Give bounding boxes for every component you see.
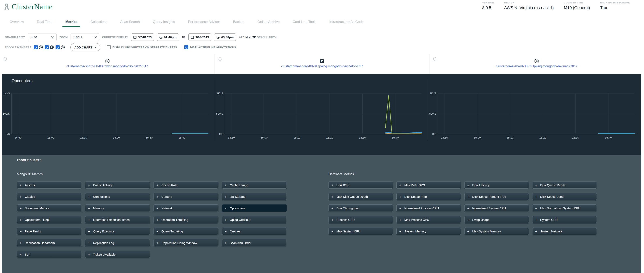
member-toggle[interactable]: S	[34, 45, 43, 49]
member-toggle[interactable]: S	[56, 45, 65, 49]
metric-toggle-button[interactable]: + Max Disk Queue Depth	[328, 193, 393, 200]
metric-toggle-button[interactable]: + Query Targeting	[154, 228, 218, 235]
toggle-sign: +	[399, 183, 401, 187]
metric-toggle-button[interactable]: + Disk Throughput	[328, 204, 393, 212]
alert-bell-icon[interactable]	[3, 57, 7, 61]
nav-tab[interactable]: Overview	[10, 18, 24, 27]
metric-toggle-button[interactable]: + System CPU	[532, 216, 597, 223]
metric-toggle-button[interactable]: + Normalized System CPU	[464, 204, 529, 212]
metric-toggle-button[interactable]: + Disk Space Free	[396, 193, 461, 200]
metric-toggle-button[interactable]: + Operation Execution Times	[85, 216, 150, 223]
metric-toggle-button[interactable]: + Oplog GB/Hour	[222, 216, 287, 223]
metric-toggle-button[interactable]: + Process CPU	[328, 216, 393, 223]
metric-toggle-button[interactable]: + Swap Usage	[464, 216, 529, 223]
toggle-sign: +	[225, 241, 227, 244]
nav-tab[interactable]: Atlas Search	[120, 18, 140, 27]
to-time-value: 03:48pm	[221, 36, 234, 39]
metric-toggle-button[interactable]: + Replication Oplog Window	[154, 239, 218, 246]
metric-toggle-button[interactable]: + Network	[154, 204, 218, 212]
metric-toggle-button[interactable]: + Opcounters - Repl	[17, 216, 82, 223]
nav-tab[interactable]: Backup	[233, 18, 244, 27]
member-checkbox[interactable]	[34, 45, 38, 49]
metric-toggle-button[interactable]: + Page Faults	[17, 228, 82, 235]
metric-toggle-button[interactable]: + Catalog	[17, 193, 82, 200]
nav-tab[interactable]: Query Insights	[153, 18, 175, 27]
metric-toggle-button[interactable]: + Cache Ratio	[154, 181, 218, 189]
shard-hostname-link[interactable]: clustername-shard-00-02.tpwnq.mongodb-de…	[430, 64, 644, 68]
svg-text:0/S: 0/S	[432, 132, 436, 136]
metric-toggle-button[interactable]: + Max Normalized System CPU	[532, 204, 597, 212]
member-toggle[interactable]: P	[44, 45, 54, 49]
display-opcounters-separate-option[interactable]: DISPLAY OPCOUNTERS ON SEPARATE CHARTS	[107, 45, 177, 49]
metric-toggle-button[interactable]: + Query Executor	[85, 228, 150, 235]
metric-toggle-button[interactable]: + Document Metrics	[17, 204, 82, 212]
metric-toggle-button[interactable]: + Disk IOPS	[328, 181, 393, 189]
metric-toggle-button[interactable]: + Normalized Process CPU	[396, 204, 461, 212]
to-date-input[interactable]: 3/04/2025	[188, 34, 212, 41]
metric-toggle-button[interactable]: + Operation Throttling	[154, 216, 218, 223]
metric-toggle-button[interactable]: + Max System Memory	[464, 228, 529, 235]
metric-toggle-button[interactable]: + Cache Activity	[85, 181, 150, 189]
display-timeline-annotations-checkbox[interactable]	[184, 45, 188, 49]
metric-toggle-button[interactable]: + Max Disk IOPS	[396, 181, 461, 189]
member-checkbox[interactable]	[56, 45, 60, 49]
metric-toggle-label: Max Disk Queue Depth	[336, 195, 368, 198]
metric-toggle-button[interactable]: + DB Storage	[222, 193, 287, 200]
metric-toggle-button[interactable]: + System Network	[532, 228, 597, 235]
metric-toggle-button[interactable]: + Disk Space Used	[532, 193, 597, 200]
zoom-select[interactable]: 1 hour	[70, 33, 99, 41]
add-chart-button[interactable]: ADD CHART	[70, 43, 100, 51]
opcounters-chart-shard-00-01[interactable]: 0/S500/S1K /S14:5015:0015:1015:2015:3015…	[215, 79, 428, 140]
metric-toggle-label: Disk Latency	[472, 183, 490, 187]
metric-toggle-button[interactable]: + Asserts	[17, 181, 82, 189]
shard-hostname-link[interactable]: clustername-shard-00-01.tpwnq.mongodb-de…	[215, 64, 429, 68]
metric-toggle-button[interactable]: + Sort	[17, 251, 82, 258]
metric-toggle-button[interactable]: + Replication Headroom	[17, 239, 82, 246]
metric-toggle-label: Catalog	[25, 195, 35, 198]
metric-toggle-button[interactable]: + Tickets Available	[85, 251, 150, 258]
metric-toggle-button[interactable]: + Max Process CPU	[396, 216, 461, 223]
add-chart-label: ADD CHART	[74, 46, 92, 49]
metric-toggle-button[interactable]: + Disk Latency	[464, 181, 529, 189]
shard-hostname-link[interactable]: clustername-shard-00-00.tpwnq.mongodb-de…	[0, 64, 214, 68]
nav-tab[interactable]: Infrastructure As Code	[329, 18, 364, 27]
from-time-input[interactable]: 02:48pm	[157, 34, 179, 41]
nav-tab[interactable]: Metrics	[65, 18, 78, 27]
member-checkbox[interactable]	[44, 45, 49, 49]
display-timeline-annotations-option[interactable]: DISPLAY TIMELINE ANNOTATIONS	[184, 45, 236, 49]
toggle-sign: +	[156, 218, 158, 222]
metric-toggle-button[interactable]: + Cursors	[154, 193, 218, 200]
alert-bell-icon[interactable]	[433, 57, 437, 61]
opcounters-chart-shard-00-00[interactable]: 0/S500/S1K /S14:5015:0015:1015:2015:3015…	[2, 79, 215, 140]
granularity-select[interactable]: Auto	[28, 33, 56, 41]
metric-toggle-button[interactable]: + Disk Space Percent Free	[464, 193, 529, 200]
member-state-badge: P	[320, 59, 324, 63]
nav-tab[interactable]: Cmd Line Tools	[292, 18, 316, 27]
svg-text:14:50: 14:50	[441, 136, 448, 139]
alert-bell-icon[interactable]	[218, 57, 222, 61]
from-date-input[interactable]: 3/04/2025	[131, 34, 154, 41]
metric-toggle-button[interactable]: + Replication Lag	[85, 239, 150, 246]
metric-toggle-button[interactable]: + Disk Queue Depth	[532, 181, 597, 189]
nav-tab[interactable]: Collections	[90, 18, 107, 27]
metric-toggle-label: Sort	[25, 253, 30, 256]
metric-toggle-button[interactable]: + Scan And Order	[222, 239, 287, 246]
opcounters-chart-shard-00-02[interactable]: 0/S500/S1K /S14:5015:0015:1015:2015:3015…	[428, 79, 641, 140]
metric-toggle-button[interactable]: + Max System CPU	[328, 228, 393, 235]
calendar-icon	[191, 36, 194, 39]
metric-toggle-button[interactable]: - Opcounters	[222, 204, 287, 212]
metric-toggle-label: Disk Space Percent Free	[472, 195, 506, 198]
nav-tab[interactable]: Performance Advisor	[188, 18, 220, 27]
cluster-info-label: VERSION	[482, 1, 494, 4]
to-time-input[interactable]: 03:48pm	[214, 34, 236, 41]
metric-toggle-button[interactable]: + System Memory	[396, 228, 461, 235]
nav-tab[interactable]: Online Archive	[258, 18, 280, 27]
metric-toggle-button[interactable]: + Queues	[222, 228, 287, 235]
display-opcounters-separate-checkbox[interactable]	[107, 45, 111, 49]
metric-toggle-button[interactable]: + Memory	[85, 204, 150, 212]
metric-toggle-button[interactable]: + Connections	[85, 193, 150, 200]
toggle-sign: +	[88, 253, 90, 256]
nav-tab[interactable]: Real Time	[37, 18, 52, 27]
metric-toggle-button[interactable]: + Cache Usage	[222, 181, 287, 189]
cluster-info-value: M10 (General)	[564, 6, 590, 10]
